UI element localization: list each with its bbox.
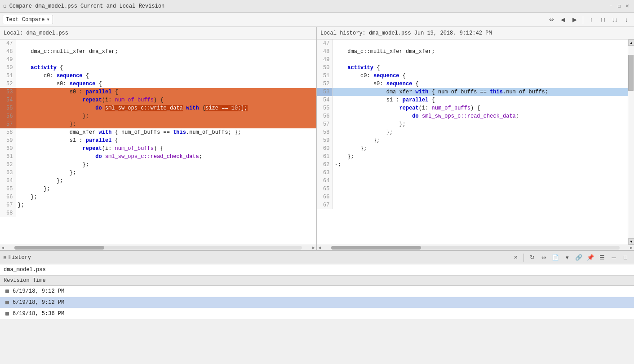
table-row: 61 };	[317, 153, 628, 161]
history-close-button[interactable]: ✕	[510, 253, 520, 263]
table-row: 59 };	[317, 136, 628, 145]
right-pane-header: Local history: dma_model.pss Jun 19, 201…	[317, 27, 634, 39]
table-row: 51 c0: sequence {	[317, 72, 628, 80]
left-pane: Local: dma_model.pss 47 48 dma_c::multi_…	[0, 27, 317, 250]
table-row: 60 repeat(i: num_of_buffs) {	[0, 145, 316, 153]
list-item[interactable]: 6/19/18, 9:12 PM	[0, 286, 634, 297]
right-pane: Local history: dma_model.pss Jun 19, 201…	[317, 27, 634, 250]
table-row: 49	[0, 56, 316, 64]
scroll-right-btn2[interactable]: ▶	[629, 245, 634, 250]
list-item-label: 6/19/18, 5:36 PM	[13, 311, 64, 317]
text-compare-dropdown[interactable]: Text Compare ▾	[3, 15, 53, 24]
copy-left-button[interactable]: ◀	[558, 15, 568, 25]
pin-button[interactable]: 📌	[585, 253, 595, 263]
table-row: 62 };	[0, 161, 316, 169]
table-row: 67};	[0, 201, 316, 209]
right-scroll-track[interactable]	[331, 246, 620, 250]
right-scroll-thumb[interactable]	[331, 246, 421, 250]
table-row: 61 do sml_sw_ops_c::read_check_data;	[0, 153, 316, 161]
table-row: 56 };	[0, 112, 316, 120]
right-pane-title: Local history: dma_model.pss Jun 19, 201…	[320, 30, 492, 36]
table-row: 63	[317, 169, 628, 177]
maximize-button[interactable]: □	[616, 3, 622, 9]
list-item-bullet	[5, 312, 9, 316]
table-row: 62·;	[317, 161, 628, 169]
list-item-bullet	[5, 289, 9, 293]
right-code-table: 47 48 dma_c::multi_xfer dma_xfer; 49 50 …	[317, 39, 628, 209]
left-code-area[interactable]: 47 48 dma_c::multi_xfer dma_xfer; 49 50 …	[0, 39, 316, 245]
history-filename: dma_model.pss	[4, 267, 46, 273]
table-row: 52 s0: sequence {	[317, 80, 628, 88]
left-scrollbar[interactable]: ◀ ▶	[0, 245, 316, 250]
right-code-area[interactable]: 47 48 dma_c::multi_xfer dma_xfer; 49 50 …	[317, 39, 628, 245]
list-item[interactable]: 6/19/18, 5:36 PM	[0, 308, 634, 320]
table-row: 60 };	[317, 145, 628, 153]
table-row: 63 };	[0, 169, 316, 177]
history-titlebar: ⊞ History ✕ ↻ ⇔ 📄 ▾ 🔗 📌 ☰ ─ □	[0, 251, 634, 264]
left-scroll-thumb[interactable]	[14, 246, 104, 250]
table-row: 50 activity {	[0, 64, 316, 72]
compare-with-local-button[interactable]: ⇔	[539, 253, 549, 263]
left-pane-header: Local: dma_model.pss	[0, 27, 316, 39]
scroll-left-btn2[interactable]: ◀	[317, 245, 322, 250]
first-diff-button[interactable]: ↑↑	[598, 15, 608, 25]
table-row: 66 };	[0, 193, 316, 201]
last-diff-button[interactable]: ↓↓	[610, 15, 620, 25]
revision-time-label: Revision Time	[4, 277, 46, 284]
window-title: Compare dma_model.pss Current and Local …	[9, 3, 608, 9]
table-row: 54 repeat(i: num_of_buffs) {	[0, 96, 316, 104]
table-row: 49	[317, 56, 628, 64]
history-panel: ⊞ History ✕ ↻ ⇔ 📄 ▾ 🔗 📌 ☰ ─ □ dma_model.…	[0, 250, 634, 320]
prev-diff-button[interactable]: ↑	[586, 15, 596, 25]
link-editor-button[interactable]: 🔗	[574, 253, 584, 263]
list-item-bullet	[5, 301, 9, 304]
table-row: 66	[317, 193, 628, 201]
view-menu-button[interactable]: ☰	[597, 253, 607, 263]
toolbar: Text Compare ▾ ⇔ ◀ ▶ ↑ ↑↑ ↓↓ ↓	[0, 13, 634, 27]
get-contents-button[interactable]: 📄	[550, 253, 560, 263]
copy-right-button[interactable]: ▶	[570, 15, 580, 25]
table-row: 56 do sml_sw_ops_c::read_check_data;	[317, 112, 628, 120]
maximize-panel-button[interactable]: □	[621, 253, 630, 263]
table-row: 52 s0: sequence {	[0, 80, 316, 88]
refresh-button[interactable]: ↻	[527, 253, 537, 263]
table-row: 65 };	[0, 185, 316, 193]
right-vertical-scrollbar[interactable]: ▲ ▼	[628, 39, 634, 245]
table-row: 68	[0, 209, 316, 217]
table-row: 64 };	[0, 177, 316, 185]
close-button[interactable]: ✕	[624, 3, 630, 9]
window-icon: ⊞	[4, 3, 7, 9]
left-scroll-track[interactable]	[14, 246, 302, 250]
toolbar-separator	[583, 16, 583, 24]
list-item[interactable]: 6/19/18, 9:12 PM	[0, 297, 634, 308]
history-title: History	[9, 254, 509, 261]
left-pane-title: Local: dma_model.pss	[4, 30, 68, 36]
table-row: 48 dma_c::multi_xfer dma_xfer;	[317, 48, 628, 56]
compare-area: Local: dma_model.pss 47 48 dma_c::multi_…	[0, 27, 634, 250]
table-row: 50 activity {	[317, 64, 628, 72]
scroll-track[interactable]	[628, 46, 634, 238]
minimize-button[interactable]: −	[608, 3, 614, 9]
next-diff-button[interactable]: ↓	[621, 15, 631, 25]
sync-scroll-button[interactable]: ⇔	[546, 15, 556, 25]
table-row: 65	[317, 185, 628, 193]
table-row: 57 };	[0, 120, 316, 128]
history-file: dma_model.pss	[0, 264, 634, 276]
history-column-header: Revision Time	[0, 276, 634, 286]
filter-button[interactable]: ▾	[562, 253, 572, 263]
right-scrollbar[interactable]: ◀ ▶	[317, 245, 634, 250]
table-row: 55 do sml_sw_ops_c::write_data with {siz…	[0, 104, 316, 112]
scroll-right-btn[interactable]: ▶	[311, 245, 316, 250]
table-row: 57 };	[317, 120, 628, 128]
history-list[interactable]: 6/19/18, 9:12 PM 6/19/18, 9:12 PM 6/19/1…	[0, 286, 634, 320]
table-row: 59 s1 : parallel {	[0, 136, 316, 145]
compare-wrapper: 47 48 dma_c::multi_xfer dma_xfer; 49 50 …	[317, 39, 634, 245]
table-row: 67	[317, 201, 628, 209]
scroll-up-button[interactable]: ▲	[628, 39, 634, 46]
scroll-down-button[interactable]: ▼	[628, 238, 634, 245]
table-row: 53 s0 : parallel {	[0, 88, 316, 96]
table-row: 47	[317, 39, 628, 48]
scroll-left-btn[interactable]: ◀	[0, 245, 5, 250]
scroll-thumb[interactable]	[628, 55, 634, 91]
minimize-panel-button[interactable]: ─	[609, 253, 619, 263]
